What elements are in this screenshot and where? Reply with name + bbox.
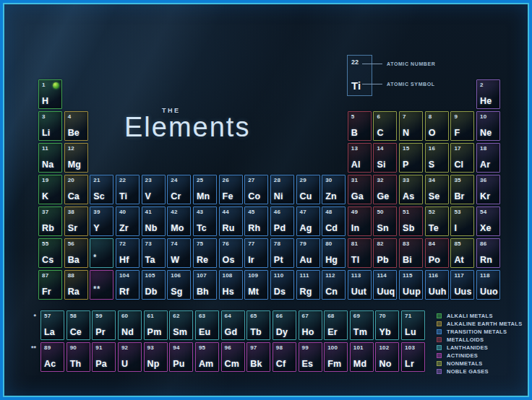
element-symbol: Cs xyxy=(42,255,53,265)
hydrogen-logo-icon xyxy=(53,82,59,89)
element-cell-Fm: 100Fm xyxy=(324,342,348,372)
element-cell-Cl: 17Cl xyxy=(450,143,474,173)
element-symbol: Tl xyxy=(351,255,360,265)
atomic-number: 30 xyxy=(325,177,332,183)
element-cell-Am: 95Am xyxy=(195,342,219,372)
legend-item-nonmetals: NONMETALS xyxy=(437,360,523,368)
element-symbol: Bk xyxy=(250,359,262,369)
element-symbol: Pr xyxy=(95,327,106,337)
atomic-number: 80 xyxy=(325,240,332,247)
legend-item-actinides: ACTINIDES xyxy=(437,352,523,360)
atomic-number: 57 xyxy=(44,313,51,319)
element-symbol: Fr xyxy=(42,287,51,297)
element-symbol: S xyxy=(429,160,435,170)
atomic-number: 10 xyxy=(480,113,486,120)
atomic-number: 111 xyxy=(300,272,309,279)
legend-swatch-icon xyxy=(437,321,442,326)
atomic-number: 109 xyxy=(248,272,258,279)
element-symbol: Ta xyxy=(145,255,155,265)
atomic-number: 93 xyxy=(147,344,154,351)
element-symbol: Pu xyxy=(173,359,184,369)
atomic-number: 77 xyxy=(248,240,254,247)
atomic-number: 113 xyxy=(351,272,361,279)
atomic-number: 97 xyxy=(250,344,257,351)
actinide-series-cell: ** xyxy=(90,270,113,300)
element-cell-Sr: 38Sr xyxy=(64,206,88,236)
element-cell-Eu: 63Eu xyxy=(195,310,219,340)
element-symbol: Db xyxy=(145,287,158,297)
atomic-number: 71 xyxy=(405,313,411,319)
atomic-number: 87 xyxy=(42,272,48,279)
element-symbol: Te xyxy=(429,223,439,233)
element-cell-Sm: 62Sm xyxy=(169,310,193,340)
atomic-number: 6 xyxy=(377,113,380,120)
element-cell-Se: 34Se xyxy=(425,175,449,204)
atomic-number: 55 xyxy=(42,240,48,247)
element-symbol: W xyxy=(171,255,179,265)
element-symbol: Pt xyxy=(274,255,283,265)
element-cell-Sc: 21Sc xyxy=(90,175,113,204)
atomic-number: 96 xyxy=(225,344,231,351)
periodic-table-poster: THE Elements 22 Ti ATOMIC NUMBER ATOMIC … xyxy=(0,0,532,400)
legend-label: TRANSITION METALS xyxy=(447,329,507,335)
element-cell-Tb: 65Tb xyxy=(246,310,270,340)
element-symbol: Es xyxy=(302,359,314,369)
element-symbol: Cl xyxy=(454,160,463,170)
element-cell-La: 57La xyxy=(40,310,64,340)
element-symbol: Mg xyxy=(68,160,81,170)
element-symbol: Nd xyxy=(121,327,134,337)
element-symbol: Kr xyxy=(480,191,490,201)
element-cell-Te: 52Te xyxy=(425,206,449,236)
element-cell-U: 92U xyxy=(118,342,142,372)
atomic-number: 27 xyxy=(248,177,254,183)
atomic-number: 99 xyxy=(302,344,309,351)
element-cell-Rg: 111Rg xyxy=(296,270,320,300)
element-cell-Tc: 43Tc xyxy=(193,206,217,236)
series-marker: ** xyxy=(93,285,100,293)
atomic-number: 21 xyxy=(93,177,100,183)
atomic-number: 51 xyxy=(403,209,409,215)
element-symbol: Uus xyxy=(454,287,471,297)
element-cell-Hs: 108Hs xyxy=(219,270,243,300)
element-cell-Hg: 80Hg xyxy=(322,238,346,268)
element-symbol: Nb xyxy=(145,223,158,233)
atomic-number: 49 xyxy=(351,209,358,215)
atomic-number: 110 xyxy=(274,272,284,279)
legend-item-alkaline-earth-metals: ALKALINE EARTH METALS xyxy=(437,320,523,328)
atomic-number: 3 xyxy=(42,113,46,120)
atomic-number: 14 xyxy=(377,145,383,152)
legend-label: METALLOIDS xyxy=(447,336,484,343)
element-symbol: Lu xyxy=(405,327,416,337)
lanthanide-series-cell: * xyxy=(90,238,113,268)
atomic-number: 91 xyxy=(95,344,102,351)
element-cell-Re: 75Re xyxy=(193,238,217,268)
atomic-number: 95 xyxy=(199,344,205,351)
atomic-number: 35 xyxy=(454,177,460,183)
element-cell-Kr: 36Kr xyxy=(476,175,500,204)
element-symbol: Zr xyxy=(119,223,129,233)
atomic-number: 59 xyxy=(95,313,102,319)
element-symbol: Uup xyxy=(403,287,421,297)
element-symbol: Cr xyxy=(171,191,181,201)
atomic-number: 52 xyxy=(429,209,435,215)
atomic-number: 90 xyxy=(70,344,77,351)
atomic-number: 19 xyxy=(42,177,48,183)
element-symbol: Ir xyxy=(248,255,254,265)
element-cell-Ta: 73Ta xyxy=(142,238,166,268)
atomic-number: 8 xyxy=(429,113,432,120)
element-cell-Cs: 55Cs xyxy=(38,238,62,268)
element-cell-Uuq: 114Uuq xyxy=(373,270,397,300)
element-symbol: Ag xyxy=(300,223,312,233)
legend-label: NOBLE GASES xyxy=(447,368,489,375)
element-cell-Pa: 91Pa xyxy=(92,342,116,372)
element-cell-At: 85At xyxy=(450,238,474,268)
element-cell-He: 2He xyxy=(476,79,500,109)
element-cell-Ba: 56Ba xyxy=(64,238,88,268)
element-cell-Cm: 96Cm xyxy=(221,342,245,372)
atomic-number: 70 xyxy=(379,313,385,319)
element-symbol: Cn xyxy=(325,287,338,297)
atomic-number: 103 xyxy=(405,344,415,351)
element-cell-Pt: 78Pt xyxy=(270,238,294,268)
atomic-number: 28 xyxy=(274,177,280,183)
element-cell-Zr: 40Zr xyxy=(116,206,140,236)
